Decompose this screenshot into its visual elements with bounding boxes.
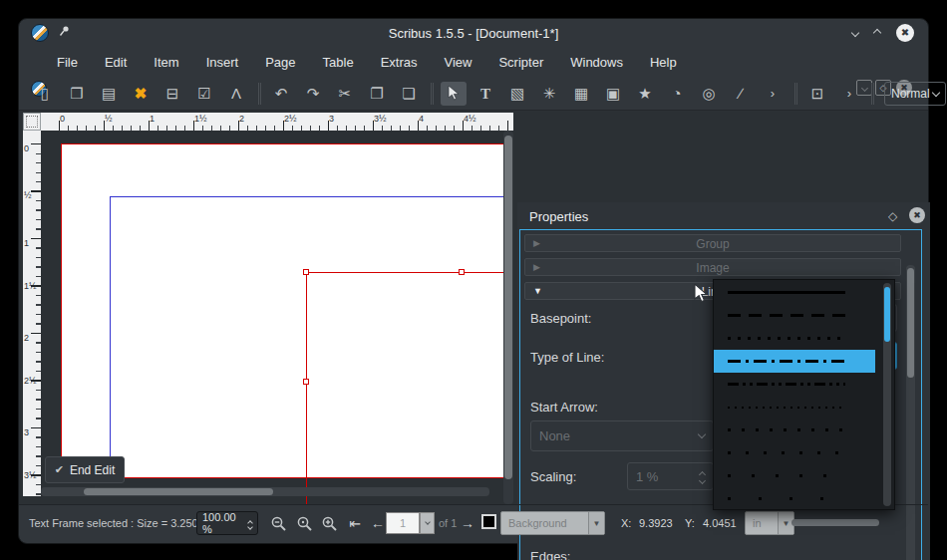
hruler-label: 0 xyxy=(60,114,65,124)
line-style-list xyxy=(714,280,894,510)
panel-scrollbar-thumb[interactable] xyxy=(907,268,914,378)
hscroll-thumb[interactable] xyxy=(84,488,273,495)
dropdown-scrollbar[interactable] xyxy=(883,283,891,506)
minimize-button[interactable] xyxy=(846,24,864,42)
menu-table[interactable]: Table xyxy=(323,55,354,70)
maximize-button[interactable] xyxy=(868,24,886,42)
end-edit-button[interactable]: ✔ End Edit xyxy=(45,456,125,483)
scaling-spinner[interactable]: 1 % xyxy=(627,462,714,490)
more-frames-chevron-icon[interactable]: › xyxy=(836,82,862,106)
insert-frame-icon[interactable]: ⊡ xyxy=(804,82,830,106)
new-document-icon[interactable]: ▯ xyxy=(32,82,58,106)
page-number-input[interactable]: 1 xyxy=(386,512,420,534)
menu-edit[interactable]: Edit xyxy=(105,55,127,70)
main-toolbar: ▯ ❒ ▤ ✖ ⊟ ☑ Λ ↶ ↷ ✂ ❐ ❏ T ▧ ✳ ▦ ▣ ★ ◔ ◎ … xyxy=(19,78,928,111)
menu-extras[interactable]: Extras xyxy=(381,55,418,70)
line-style-option-dash-dot-dot[interactable] xyxy=(714,373,875,396)
app-window: Scribus 1.5.5 - [Document-1*] ✖ File Edi… xyxy=(18,18,929,544)
previous-page-button[interactable]: ← xyxy=(368,511,388,535)
line-style-sample xyxy=(728,474,845,477)
menu-view[interactable]: View xyxy=(444,55,472,70)
panel-float-icon[interactable]: ◇ xyxy=(888,209,897,223)
redo-icon[interactable]: ↷ xyxy=(300,82,326,106)
document-mode-select[interactable]: Normal xyxy=(884,82,946,106)
menu-insert[interactable]: Insert xyxy=(206,55,239,70)
insert-line-icon[interactable]: ∕ xyxy=(728,82,754,106)
title-bar[interactable]: Scribus 1.5.5 - [Document-1*] ✖ xyxy=(19,19,928,47)
line-style-option-dot-space-3[interactable] xyxy=(714,464,875,487)
start-arrow-select[interactable]: None xyxy=(530,420,714,451)
insert-table-icon[interactable]: ▦ xyxy=(568,82,594,106)
insert-shape-icon[interactable]: ▣ xyxy=(600,82,626,106)
canvas-horizontal-scrollbar[interactable] xyxy=(41,487,489,496)
vertical-ruler[interactable]: 0 ½ 1 1½ 2 2½ 3 3½ xyxy=(23,131,41,496)
more-tools-chevron-icon[interactable]: › xyxy=(760,82,786,106)
close-window-button[interactable]: ✖ xyxy=(896,24,914,42)
insert-polygon-icon[interactable]: ★ xyxy=(632,82,658,106)
zoom-slider[interactable] xyxy=(791,519,879,526)
unit-select[interactable]: in ▼ xyxy=(745,511,794,535)
line-style-option-dot[interactable] xyxy=(714,327,875,350)
menu-file[interactable]: File xyxy=(57,55,78,70)
layer-select[interactable]: Background ▼ xyxy=(500,511,605,535)
scaling-value: 1 % xyxy=(636,469,658,484)
start-arrow-value: None xyxy=(539,428,570,443)
insert-render-frame-icon[interactable]: ✳ xyxy=(536,82,562,106)
line-style-option-dot-space-1[interactable] xyxy=(714,419,875,441)
line-style-option-dash[interactable] xyxy=(714,304,875,327)
next-page-button[interactable]: → xyxy=(458,511,477,535)
panel-title: Properties xyxy=(529,209,588,224)
open-document-icon[interactable]: ❒ xyxy=(64,82,90,106)
line-style-option-dot-space-4[interactable] xyxy=(714,487,875,510)
frame-handle-middle-left[interactable] xyxy=(303,379,309,385)
page-number-spin-button[interactable] xyxy=(420,512,435,534)
insert-spiral-icon[interactable]: ◎ xyxy=(696,82,722,106)
ruler-origin-box[interactable] xyxy=(23,113,41,131)
frame-handle-top-left[interactable] xyxy=(303,269,309,275)
zoom-out-button[interactable] xyxy=(268,511,288,535)
menu-scripter[interactable]: Scripter xyxy=(498,55,543,70)
hruler-label: ½ xyxy=(105,114,113,124)
canvas-vertical-scrollbar[interactable] xyxy=(503,131,513,504)
line-style-option-solid[interactable] xyxy=(714,281,875,304)
menu-help[interactable]: Help xyxy=(650,55,677,70)
insert-text-frame-icon[interactable]: T xyxy=(473,82,498,106)
insert-arc-icon[interactable]: ◔ xyxy=(664,82,690,106)
paste-icon[interactable]: ❏ xyxy=(396,82,422,106)
menu-page[interactable]: Page xyxy=(265,55,295,70)
section-group[interactable]: ▶ Group xyxy=(524,234,901,252)
section-image[interactable]: ▶ Image xyxy=(524,258,901,276)
preflight-verifier-icon[interactable]: ☑ xyxy=(191,82,217,106)
select-item-tool-icon[interactable] xyxy=(441,82,467,106)
x-coordinate-label: X: xyxy=(621,511,631,535)
insert-image-frame-icon[interactable]: ▧ xyxy=(504,82,530,106)
status-message: Text Frame selected : Size = 3.2500 xyxy=(29,511,204,535)
dropdown-scrollbar-thumb[interactable] xyxy=(884,287,890,342)
cut-icon[interactable]: ✂ xyxy=(332,82,358,106)
line-style-option-dot-space-2[interactable] xyxy=(714,441,875,464)
panel-close-icon[interactable]: ✖ xyxy=(909,207,925,223)
print-icon[interactable]: ⊟ xyxy=(159,82,185,106)
vruler-label: 2 xyxy=(24,334,33,342)
toolbar-separator xyxy=(794,83,795,105)
close-document-icon[interactable]: ✖ xyxy=(128,82,154,106)
zoom-spinner[interactable]: 100.00 % xyxy=(196,511,258,535)
copy-icon[interactable]: ❐ xyxy=(364,82,390,106)
save-icon[interactable]: ▤ xyxy=(96,82,122,106)
toolbar-separator xyxy=(258,83,259,105)
menu-windows[interactable]: Windows xyxy=(570,55,623,70)
line-style-dropdown xyxy=(713,279,895,510)
frame-handle-top-middle[interactable] xyxy=(459,269,465,275)
selected-text-frame[interactable] xyxy=(306,272,503,504)
first-page-button[interactable]: ⇤ xyxy=(345,511,365,535)
line-style-option-dash-dot[interactable] xyxy=(714,350,875,373)
horizontal-ruler[interactable]: 0 ½ 1 1½ 2 2½ 3 3½ 4 4½ xyxy=(41,113,513,131)
zoom-in-button[interactable] xyxy=(319,511,339,535)
line-style-option-dot-fine[interactable] xyxy=(714,396,875,419)
export-pdf-icon[interactable]: Λ xyxy=(223,82,249,106)
zoom-default-button[interactable] xyxy=(294,511,314,535)
vscroll-thumb[interactable] xyxy=(504,136,512,479)
canvas-viewport[interactable]: ✔ End Edit xyxy=(41,131,503,504)
undo-icon[interactable]: ↶ xyxy=(268,82,294,106)
menu-item[interactable]: Item xyxy=(154,55,178,70)
